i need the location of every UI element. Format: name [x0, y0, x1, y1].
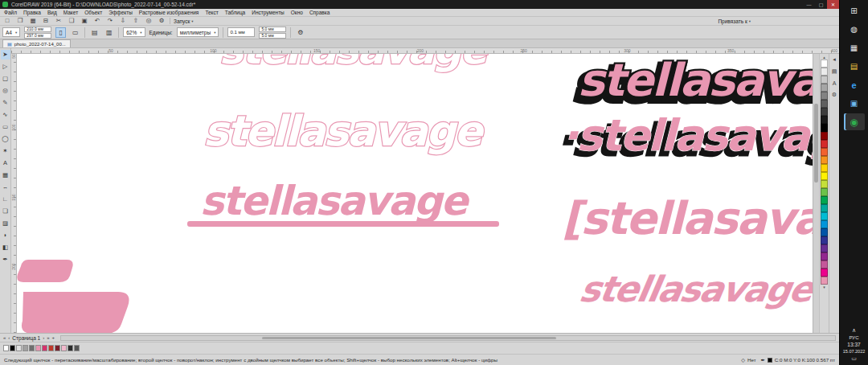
redo-icon[interactable]: ↷: [105, 17, 115, 25]
save-icon[interactable]: ▦: [28, 17, 38, 25]
shape-tool[interactable]: ▷: [1, 62, 10, 72]
minimize-button[interactable]: —: [803, 0, 815, 9]
notification-icon[interactable]: ▭: [851, 355, 857, 362]
menu-item[interactable]: Объект: [84, 10, 102, 15]
palette-color[interactable]: [821, 59, 828, 68]
artistic-media-tool[interactable]: ∿: [1, 110, 10, 120]
search-icon[interactable]: ◍: [844, 21, 865, 38]
zoom-tool[interactable]: ◎: [1, 86, 10, 96]
menu-item[interactable]: Вид: [47, 10, 57, 15]
palette-color[interactable]: [821, 252, 828, 260]
table-tool[interactable]: ▦: [1, 170, 10, 180]
browser-icon[interactable]: e: [844, 76, 865, 93]
ellipse-tool[interactable]: ◯: [1, 134, 10, 144]
menu-item[interactable]: Правка: [23, 10, 41, 15]
palette-color[interactable]: [821, 188, 828, 196]
palette-color[interactable]: [821, 140, 828, 148]
eyedropper-tool[interactable]: ◗: [1, 231, 10, 240]
menu-item[interactable]: Растровые изображения: [139, 10, 199, 15]
palette-color[interactable]: [821, 148, 828, 156]
portrait-button[interactable]: ▯: [55, 27, 66, 38]
document-color[interactable]: [42, 345, 47, 351]
menu-item[interactable]: Справка: [309, 10, 330, 15]
scrollbar-thumb[interactable]: [262, 337, 556, 339]
outline-pen-tool[interactable]: ✒: [1, 255, 10, 265]
scrollbar-thumb[interactable]: [814, 104, 818, 182]
freehand-tool[interactable]: ✎: [1, 98, 10, 108]
palette-color[interactable]: [821, 68, 828, 76]
logo-drop-shadow[interactable]: ·stellasavage ·stellasavage: [559, 100, 813, 181]
photos-icon[interactable]: ▣: [844, 95, 865, 112]
menu-item[interactable]: Таблица: [225, 10, 246, 15]
palette-color[interactable]: [821, 220, 828, 228]
palette-color[interactable]: [821, 236, 828, 244]
close-button[interactable]: ✕: [827, 0, 839, 9]
document-color[interactable]: [55, 345, 60, 351]
palette-color[interactable]: [821, 132, 828, 140]
document-color[interactable]: [74, 345, 80, 351]
horizontal-scrollbar[interactable]: [60, 335, 836, 341]
text-tool[interactable]: A: [1, 158, 10, 168]
clock-time[interactable]: 13:37: [847, 342, 860, 347]
landscape-button[interactable]: ▭: [70, 27, 80, 38]
start-button[interactable]: ⊞: [844, 2, 865, 19]
options-icon[interactable]: ⚙: [295, 27, 305, 38]
open-icon[interactable]: ❐: [15, 17, 25, 25]
logo-italic[interactable]: stellasavage: [576, 266, 813, 318]
page-height-field[interactable]: 297.0 мм: [24, 33, 51, 39]
rectangle-tool[interactable]: ▭: [1, 122, 10, 132]
logo-top-partial[interactable]: stellasavage: [216, 54, 562, 75]
hidden-icons-chevron[interactable]: ∧: [852, 327, 856, 334]
launch-button[interactable]: Запуск▾: [174, 18, 194, 24]
connector-tool[interactable]: ∟: [1, 195, 10, 204]
logo-filled-underline[interactable]: stellasavage: [187, 173, 509, 241]
palette-color[interactable]: [821, 244, 828, 252]
vertical-ruler[interactable]: 50100150200: [11, 54, 17, 333]
document-color[interactable]: [68, 345, 73, 351]
menu-item[interactable]: Макет: [63, 10, 78, 15]
palette-color[interactable]: [821, 172, 828, 180]
next-page-button[interactable]: ›: [43, 335, 44, 340]
crop-tool[interactable]: ▢: [1, 74, 10, 84]
palette-color[interactable]: [821, 116, 828, 124]
document-color[interactable]: [48, 345, 54, 351]
palette-color[interactable]: [821, 228, 828, 236]
palette-color[interactable]: [821, 180, 828, 188]
interactive-fill-tool[interactable]: ◧: [1, 243, 10, 252]
palette-color[interactable]: [821, 260, 828, 269]
menu-item[interactable]: Файл: [4, 10, 17, 15]
copy-icon[interactable]: ❑: [67, 17, 76, 25]
docker-collapse-icon[interactable]: ◂: [833, 56, 836, 63]
search-icon[interactable]: ◎: [144, 17, 154, 25]
palette-color[interactable]: [821, 124, 828, 132]
palette-color[interactable]: [821, 164, 828, 172]
duplicate-y-field[interactable]: 5.0 мм: [259, 33, 286, 39]
last-page-button[interactable]: »: [47, 335, 49, 340]
document-tab[interactable]: ▤ photo_2022-07-14_00...: [2, 39, 71, 47]
task-view-icon[interactable]: ▦: [844, 39, 865, 56]
palette-color[interactable]: [821, 204, 828, 212]
document-color[interactable]: [10, 345, 15, 351]
current-page-button[interactable]: ▥: [104, 27, 114, 38]
document-color[interactable]: [3, 345, 9, 351]
import-icon[interactable]: ⇩: [118, 17, 128, 25]
language-indicator[interactable]: РУС: [849, 335, 858, 340]
menu-item[interactable]: Эффекты: [108, 10, 133, 15]
units-select[interactable]: миллиметры▾: [177, 27, 219, 37]
add-page-button[interactable]: +: [52, 335, 55, 340]
page-width-field[interactable]: 210.0 мм: [24, 27, 51, 32]
coreldraw-taskbar-icon[interactable]: ◉: [844, 113, 865, 130]
logo-outline[interactable]: stellasavage: [202, 109, 523, 158]
docker-properties-icon[interactable]: ▤: [832, 68, 837, 75]
palette-scroll-down-icon[interactable]: ▾: [823, 285, 825, 289]
dimension-tool[interactable]: ↔: [1, 182, 10, 192]
palette-color[interactable]: [821, 277, 828, 285]
maximize-button[interactable]: ▢: [815, 0, 827, 9]
file-explorer-icon[interactable]: ▤: [844, 58, 865, 75]
transparency-tool[interactable]: ▨: [1, 219, 10, 228]
menu-item[interactable]: Инструменты: [252, 10, 285, 15]
menu-item[interactable]: Окно: [291, 10, 303, 15]
logo-shape-fragment[interactable]: [17, 256, 156, 333]
undo-icon[interactable]: ↶: [92, 17, 102, 25]
docker-text-icon[interactable]: A: [833, 80, 837, 86]
